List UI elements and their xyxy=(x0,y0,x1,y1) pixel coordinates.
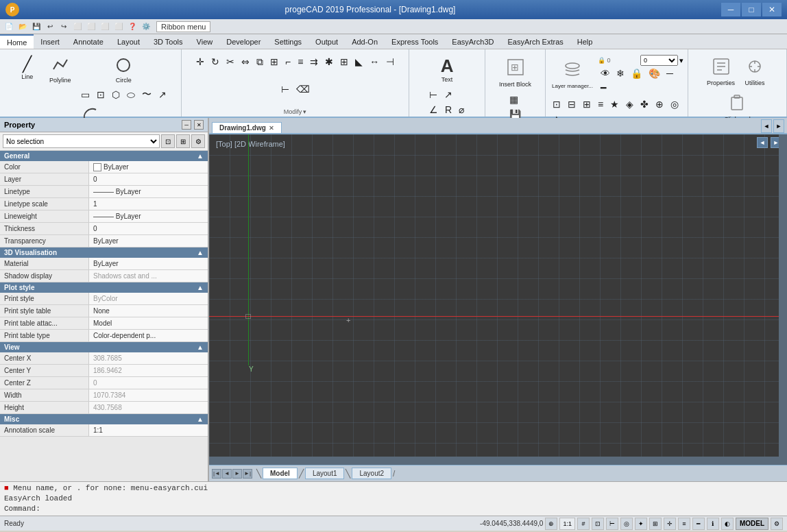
mirror-button[interactable]: ⇔ xyxy=(239,55,252,69)
qa-btn-3[interactable]: ⬜ xyxy=(99,21,111,33)
drawing1-tab[interactable]: Drawing1.dwg ✕ xyxy=(212,122,282,133)
draw-small-6[interactable]: ↗ xyxy=(156,87,169,102)
rotate-button[interactable]: ↻ xyxy=(208,55,222,69)
copy-button[interactable]: ⧉ xyxy=(254,55,266,69)
selection-dropdown[interactable]: No selection xyxy=(3,134,160,148)
ducs-toggle[interactable]: ✛ xyxy=(664,518,676,530)
snap-icon[interactable]: ⊡ xyxy=(592,518,604,530)
polyline-button[interactable]: Polyline xyxy=(45,55,75,86)
menu-help[interactable]: Help xyxy=(570,34,600,49)
section-3dvis-header[interactable]: 3D Visualisation ▲ xyxy=(0,247,208,258)
menu-developer[interactable]: Developer xyxy=(219,34,267,49)
model-tab-last[interactable]: ►| xyxy=(243,469,252,479)
offset-button[interactable]: ≡ xyxy=(295,55,306,69)
close-button[interactable]: ✕ xyxy=(762,3,782,16)
model-tab-layout2[interactable]: Layout2 xyxy=(352,468,391,479)
section-general-header[interactable]: General ▲ xyxy=(0,151,208,161)
trim-button[interactable]: ✂ xyxy=(223,55,237,69)
ribbon-menu-label[interactable]: Ribbon menu xyxy=(156,21,210,32)
stretch-button[interactable]: ↔ xyxy=(367,55,382,69)
save-button[interactable]: 💾 xyxy=(30,21,43,33)
circle-button[interactable]: Circle xyxy=(78,55,169,86)
define-block-button[interactable]: ▦ xyxy=(507,93,524,106)
model-tab-model[interactable]: Model xyxy=(263,468,298,479)
draw-small-5[interactable]: 〜 xyxy=(139,87,154,102)
menu-home[interactable]: Home xyxy=(0,34,34,49)
scale-button[interactable]: ⊞ xyxy=(267,55,281,69)
chamfer-button[interactable]: ◣ xyxy=(352,55,365,69)
layer-tool-1[interactable]: ⊡ xyxy=(550,97,564,111)
model-tab-layout1[interactable]: Layout1 xyxy=(305,468,345,479)
console-input[interactable] xyxy=(42,505,179,513)
draw-small-2[interactable]: ⊡ xyxy=(94,87,108,102)
menu-addon[interactable]: Add-On xyxy=(345,34,385,49)
menu-output[interactable]: Output xyxy=(308,34,345,49)
dyn-toggle[interactable]: ≡ xyxy=(678,518,690,530)
close-drawing-tab-icon[interactable]: ✕ xyxy=(269,125,274,132)
select-all-button[interactable]: ⊞ xyxy=(176,134,190,148)
insert-block-button[interactable]: ⊞ Insert Block xyxy=(497,55,533,90)
layer-lineweight-button[interactable]: ━ xyxy=(598,81,609,95)
layer-manager-button[interactable]: Layer manager... xyxy=(550,58,595,91)
layer-lock-button[interactable]: 🔒 xyxy=(628,66,645,80)
menu-3dtools[interactable]: 3D Tools xyxy=(147,34,190,49)
layer-tool-9[interactable]: ◎ xyxy=(668,97,681,111)
line-button[interactable]: ╱ Line xyxy=(12,55,43,82)
layer-tool-5[interactable]: ★ xyxy=(607,97,622,111)
layer-linetype-button[interactable]: ─ xyxy=(664,66,676,80)
qa-btn-2[interactable]: ⬜ xyxy=(85,21,97,33)
model-tab-next[interactable]: ► xyxy=(232,469,242,479)
grid-toggle[interactable]: # xyxy=(577,518,590,530)
vertical-scrollbar[interactable] xyxy=(779,134,787,465)
dim-diameter-button[interactable]: ⌀ xyxy=(456,103,467,117)
explode-button[interactable]: ✱ xyxy=(322,55,336,69)
layer-tool-4[interactable]: ≡ xyxy=(595,97,606,111)
selection-settings-button[interactable]: ⚙ xyxy=(191,134,205,148)
break-button[interactable]: ⊣ xyxy=(383,55,397,69)
polar-toggle[interactable]: ◎ xyxy=(620,518,633,530)
join-button[interactable]: ⊢ xyxy=(278,82,292,96)
scale-display[interactable]: 1:1 xyxy=(559,518,575,530)
layer-tool-8[interactable]: ⊕ xyxy=(653,97,666,111)
menu-insert[interactable]: Insert xyxy=(34,34,66,49)
layer-tool-6[interactable]: ◈ xyxy=(623,97,636,111)
qa-btn-1[interactable]: ⬜ xyxy=(71,21,84,33)
lw-toggle[interactable]: ━ xyxy=(692,518,705,530)
utilities-button[interactable]: Utilities xyxy=(740,55,770,88)
text-button[interactable]: A Text xyxy=(432,55,462,85)
otrack-toggle[interactable]: ⊞ xyxy=(649,518,662,530)
osnap-toggle[interactable]: ✦ xyxy=(635,518,647,530)
menu-layout[interactable]: Layout xyxy=(110,34,147,49)
dim-linear-button[interactable]: ⊢ xyxy=(426,88,440,101)
property-close-button[interactable]: ✕ xyxy=(194,120,204,130)
undo-button[interactable]: ↩ xyxy=(44,21,56,33)
dim-radius-button[interactable]: R xyxy=(442,103,455,117)
model-mode-badge[interactable]: MODEL xyxy=(736,518,768,530)
nav-left-arrow[interactable]: ◄ xyxy=(757,137,768,148)
draw-small-3[interactable]: ⬡ xyxy=(109,87,123,102)
dim-angular-button[interactable]: ∠ xyxy=(426,103,441,117)
draw-small-1[interactable]: ▭ xyxy=(78,87,93,102)
model-tab-prev[interactable]: ◄ xyxy=(222,469,232,479)
section-misc-header[interactable]: Misc ▲ xyxy=(0,414,208,424)
sc-toggle[interactable]: ◐ xyxy=(721,518,734,530)
erase-button[interactable]: ⌫ xyxy=(293,82,313,96)
extend-button[interactable]: ⇉ xyxy=(307,55,321,69)
menu-easyarch-extras[interactable]: EasyArch Extras xyxy=(500,34,570,49)
drawing-canvas[interactable]: [Top] [2D Wireframe] ◄ ► Y + □ xyxy=(209,134,787,465)
modify-group-label[interactable]: Modify ▾ xyxy=(284,107,307,115)
color-swatch[interactable] xyxy=(93,163,101,171)
layer-color-button[interactable]: 🎨 xyxy=(646,66,663,80)
layer-tool-2[interactable]: ⊟ xyxy=(565,97,579,111)
layer-tool-7[interactable]: ✤ xyxy=(638,97,651,111)
properties-button[interactable]: Properties xyxy=(705,55,737,88)
tab-scroll-right[interactable]: ► xyxy=(773,119,784,133)
dim-aligned-button[interactable]: ↗ xyxy=(441,88,455,101)
menu-settings[interactable]: Settings xyxy=(267,34,308,49)
fillet-button[interactable]: ⌐ xyxy=(282,55,293,69)
array-button[interactable]: ⊞ xyxy=(337,55,351,69)
qa-btn-4[interactable]: ⬜ xyxy=(112,21,125,33)
redo-button[interactable]: ↪ xyxy=(58,21,70,33)
minimize-button[interactable]: ─ xyxy=(721,3,740,16)
menu-express-tools[interactable]: Express Tools xyxy=(385,34,445,49)
